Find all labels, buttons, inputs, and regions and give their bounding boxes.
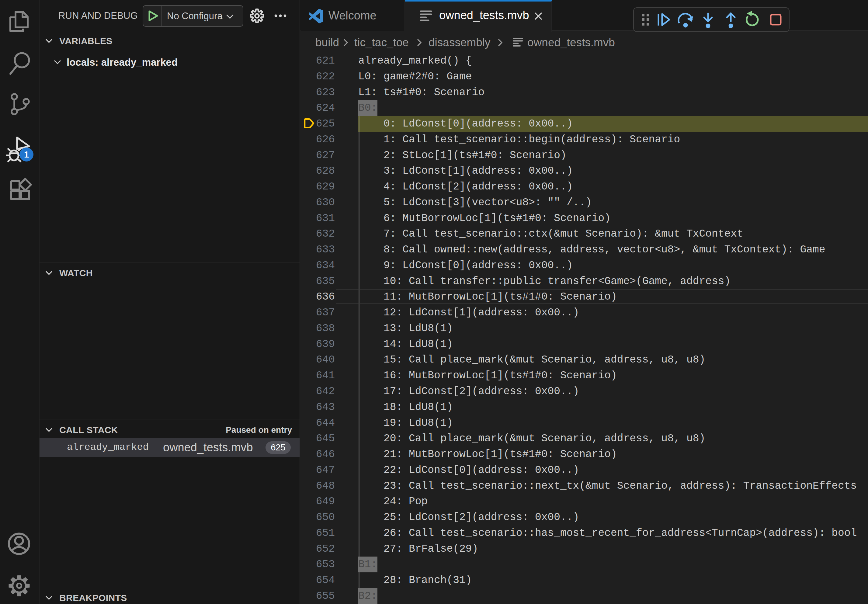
svg-text:1: 1 bbox=[24, 150, 29, 160]
